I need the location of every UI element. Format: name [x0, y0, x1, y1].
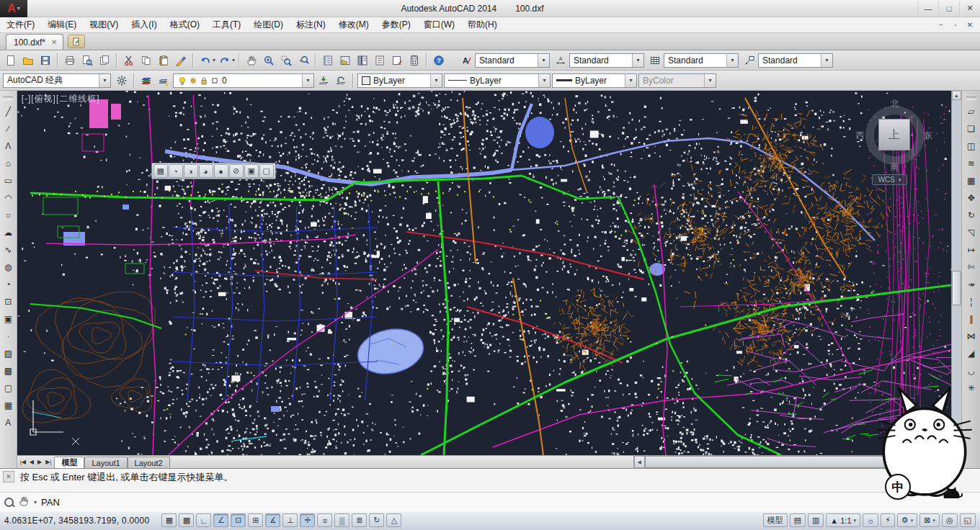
workspace-switching-button[interactable]: ⚙▾: [897, 513, 917, 527]
table-tool[interactable]: ▦: [0, 398, 16, 413]
circle-tool[interactable]: ○: [0, 207, 16, 223]
quick-view-layouts-button[interactable]: ▥: [808, 513, 824, 527]
lineweight-dropdown[interactable]: ByLayer ▾: [552, 73, 637, 88]
viewcube-east-label[interactable]: 东: [924, 130, 932, 142]
ortho-mode-toggle[interactable]: ∟: [196, 513, 211, 527]
model-space-button[interactable]: 模型: [763, 513, 788, 527]
toolbar-lock-button[interactable]: ⊠▾: [919, 513, 940, 527]
layout-nav-arrow-1[interactable]: ◀: [28, 459, 35, 465]
threequarter-lens-button[interactable]: ◕: [199, 164, 213, 178]
workspace-settings-button[interactable]: [114, 73, 130, 89]
command-search-icon[interactable]: [4, 498, 14, 507]
menu-item-0[interactable]: 文件(F): [0, 17, 41, 32]
layout-nav-arrow-3[interactable]: ▶|: [44, 459, 53, 465]
hatch-tool[interactable]: ▨: [0, 346, 16, 361]
extend-tool[interactable]: ↠: [963, 277, 979, 292]
maximize-button[interactable]: □: [938, 1, 959, 16]
tb-pan-button[interactable]: [244, 53, 259, 68]
polar-tracking-toggle[interactable]: ∠: [213, 513, 228, 527]
menu-item-11[interactable]: 帮助(H): [461, 17, 504, 32]
annotation-monitor-toggle[interactable]: △: [386, 513, 401, 527]
color-dropdown[interactable]: ByLayer ▾: [357, 73, 442, 88]
menu-item-9[interactable]: 参数(P): [375, 17, 417, 32]
tb-paste-button[interactable]: [156, 53, 172, 68]
tb-publish-button[interactable]: [97, 53, 112, 68]
autoscale-button[interactable]: ⚡: [881, 513, 895, 527]
drawing-canvas-area[interactable]: [-][俯视][二维线框] ▦◔◑◕●⊘▣▢ 北 南 西 东 上 WCS ▾ |…: [17, 91, 951, 468]
isolate-objects-button[interactable]: ◎: [942, 513, 958, 527]
full-lens-button[interactable]: ●: [214, 164, 228, 178]
scale-tool[interactable]: ◹: [963, 225, 979, 241]
ime-indicator[interactable]: 中: [885, 474, 911, 500]
viewcube-top-face[interactable]: 上: [878, 119, 910, 151]
tb-cut-button[interactable]: [121, 53, 137, 68]
rotate-tool[interactable]: ↻: [963, 207, 979, 223]
object-snap-tracking-toggle[interactable]: ∡: [265, 513, 280, 527]
tb-dcenter-button[interactable]: [337, 53, 353, 68]
polyline-tool[interactable]: Λ: [0, 138, 16, 154]
command-line-window[interactable]: ✕ 按 Esc 或 Enter 键退出, 或单击右键显示快捷菜单。 ▾ PAN: [0, 468, 980, 510]
tab-layout1[interactable]: Layout1: [84, 457, 127, 468]
layer-properties-button[interactable]: [138, 73, 154, 89]
tb-sheetset-button[interactable]: [372, 53, 388, 68]
tab-layout2[interactable]: Layout2: [128, 457, 170, 468]
erase-tool[interactable]: ▱: [963, 104, 979, 120]
command-close-icon[interactable]: ✕: [3, 471, 14, 482]
3d-object-snap-toggle[interactable]: ⊞: [248, 513, 263, 527]
make-block-tool[interactable]: ▣: [0, 311, 16, 327]
menu-item-8[interactable]: 修改(M): [332, 17, 375, 32]
tb-props-button[interactable]: [320, 53, 336, 68]
layer-states-button[interactable]: [156, 73, 172, 89]
clean-screen-button[interactable]: ◱: [960, 513, 976, 527]
chamfer-tool[interactable]: ◢: [963, 346, 979, 361]
transparency-toggle[interactable]: ▒: [334, 513, 349, 527]
tb-plot-button[interactable]: [62, 53, 78, 68]
construction-line-tool[interactable]: ∕: [0, 121, 16, 137]
tb-palettes-button[interactable]: [355, 53, 370, 68]
toolbar-grip[interactable]: [3, 96, 13, 100]
chevron-down-icon[interactable]: ▾: [232, 57, 235, 63]
toolbar-grip[interactable]: [966, 96, 976, 100]
quick-view-drawings-button[interactable]: ▤: [790, 513, 806, 527]
frame-b-button[interactable]: ▢: [259, 164, 274, 178]
workspace-dropdown[interactable]: AutoCAD 经典 ▾: [3, 73, 111, 88]
tb-calc-button[interactable]: [406, 53, 422, 68]
close-button[interactable]: ✕: [959, 1, 980, 16]
tb-zoomrt-button[interactable]: [261, 53, 277, 68]
move-tool[interactable]: ✥: [963, 190, 979, 206]
doc-close-button[interactable]: ✕: [963, 19, 977, 31]
polygon-tool[interactable]: ⌂: [0, 156, 16, 171]
dynamic-input-toggle[interactable]: ✛: [300, 513, 315, 527]
layer-dropdown[interactable]: 0 ▾: [173, 73, 314, 88]
snap-mode-toggle[interactable]: ▦: [161, 513, 177, 527]
menu-item-1[interactable]: 编辑(E): [41, 17, 83, 32]
tb-markup-button[interactable]: [389, 53, 405, 68]
annotation-visibility-button[interactable]: ☼: [863, 513, 878, 527]
frame-a-button[interactable]: ▣: [244, 164, 259, 178]
model-space-viewport[interactable]: [17, 91, 951, 455]
selection-cycling-toggle[interactable]: ↻: [369, 513, 384, 527]
viewcube-north-label[interactable]: 北: [891, 98, 899, 110]
lineweight-display-toggle[interactable]: ≡: [317, 513, 332, 527]
tab-close-icon[interactable]: ✕: [51, 38, 57, 46]
application-menu-button[interactable]: A▾: [0, 0, 27, 17]
fillet-tool[interactable]: ◡: [963, 363, 979, 379]
table-style-dropdown[interactable]: Standard▾: [664, 53, 739, 68]
no-lens-button[interactable]: ⊘: [229, 164, 244, 178]
wcs-dropdown[interactable]: WCS ▾: [872, 174, 908, 185]
quick-properties-toggle[interactable]: ≣: [352, 513, 367, 527]
new-drawing-tab-button[interactable]: [68, 35, 85, 48]
menu-item-4[interactable]: 格式(O): [164, 17, 206, 32]
tab-model[interactable]: 模型: [54, 457, 84, 468]
region-tool[interactable]: ▢: [0, 380, 16, 396]
copy-tool[interactable]: ❏: [963, 121, 979, 137]
quarter-lens-button[interactable]: ◔: [169, 164, 183, 178]
join-tool[interactable]: ⋈: [963, 328, 979, 344]
menu-item-3[interactable]: 插入(I): [125, 17, 163, 32]
mleader-style-dropdown[interactable]: Standard▾: [758, 53, 833, 68]
make-object-layer-current-button[interactable]: [316, 73, 331, 89]
break-tool[interactable]: ∥: [963, 311, 979, 327]
offset-tool[interactable]: ≋: [963, 156, 979, 171]
tb-zoomprev-button[interactable]: [295, 53, 311, 68]
multiline-text-tool[interactable]: A: [0, 415, 16, 431]
